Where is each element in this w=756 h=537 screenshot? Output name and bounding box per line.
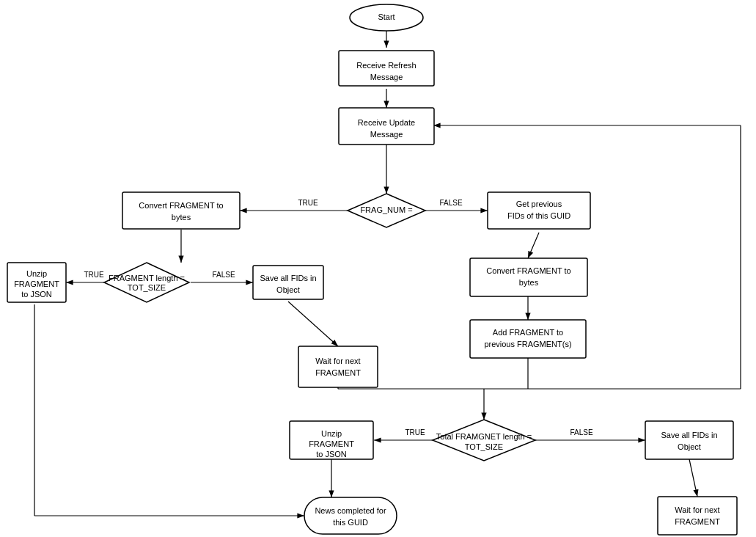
wait-fragment-left-label-1: Wait for next <box>315 357 360 365</box>
total-length-label-1: Total FRAMGNET length = <box>436 432 532 441</box>
save-fids-right-label-2: Object <box>678 442 701 451</box>
wait-fragment-left-label-2: FRAGMENT <box>315 368 361 377</box>
convert-fragment-right-label-1: Convert FRAGMENT to <box>486 266 570 275</box>
wait-fragment-left-box <box>298 346 378 387</box>
save-fids-right-box <box>645 421 733 459</box>
convert-fragment-right-label-2: bytes <box>519 278 539 287</box>
fragment-length-label-1: FRAGMENT length = <box>109 274 185 282</box>
unzip-right-label-2: FRAGMENT <box>309 439 354 448</box>
fragment-length-label-2: TOT_SIZE <box>128 283 166 292</box>
svg-line-9 <box>528 233 539 258</box>
svg-text:TRUE: TRUE <box>84 271 104 279</box>
svg-line-28 <box>689 459 697 497</box>
start-label: Start <box>378 12 394 21</box>
receive-refresh-label-2: Message <box>370 73 403 81</box>
news-completed-box <box>304 497 397 534</box>
svg-text:FALSE: FALSE <box>570 428 592 436</box>
svg-text:TRUE: TRUE <box>298 199 318 207</box>
unzip-right-label-3: to JSON <box>316 450 347 459</box>
wait-fragment-right-box <box>658 497 737 535</box>
wait-fragment-right-label-1: Wait for next <box>675 505 719 514</box>
unzip-left-label-3: to JSON <box>21 290 52 299</box>
svg-line-15 <box>288 302 338 346</box>
convert-fragment-left-box <box>122 192 240 229</box>
save-fids-right-label-1: Save all FIDs in <box>661 431 717 439</box>
receive-update-label-2: Message <box>370 130 403 139</box>
convert-fragment-left-label-2: bytes <box>172 213 191 222</box>
convert-fragment-left-label-1: Convert FRAGMENT to <box>139 201 223 210</box>
frag-num-label: FRAG_NUM = <box>360 205 412 214</box>
svg-text:TRUE: TRUE <box>405 428 425 436</box>
save-fids-left-label-1: Save all FIDs in <box>260 274 316 282</box>
svg-text:FALSE: FALSE <box>212 271 235 279</box>
save-fids-left-label-2: Object <box>276 285 300 294</box>
receive-update-label-1: Receive Update <box>358 118 415 127</box>
add-fragment-label-2: previous FRAGMENT(s) <box>484 340 571 348</box>
add-fragment-label-1: Add FRAGMENT to <box>493 328 563 337</box>
news-completed-label-1: News completed for <box>315 506 386 515</box>
unzip-left-label-1: Unzip <box>26 269 47 278</box>
get-previous-fids-label-1: Get previous <box>516 200 562 208</box>
get-previous-fids-label-2: FIDs of this GUID <box>507 211 570 220</box>
receive-refresh-label-1: Receive Refresh <box>356 61 416 70</box>
svg-text:FALSE: FALSE <box>439 199 462 207</box>
wait-fragment-right-label-2: FRAGMENT <box>675 517 720 526</box>
news-completed-label-2: this GUID <box>333 518 368 527</box>
unzip-right-label-1: Unzip <box>321 429 342 438</box>
save-fids-left-box <box>253 266 323 299</box>
total-length-label-2: TOT_SIZE <box>465 442 503 451</box>
unzip-left-label-2: FRAGMENT <box>14 280 59 288</box>
